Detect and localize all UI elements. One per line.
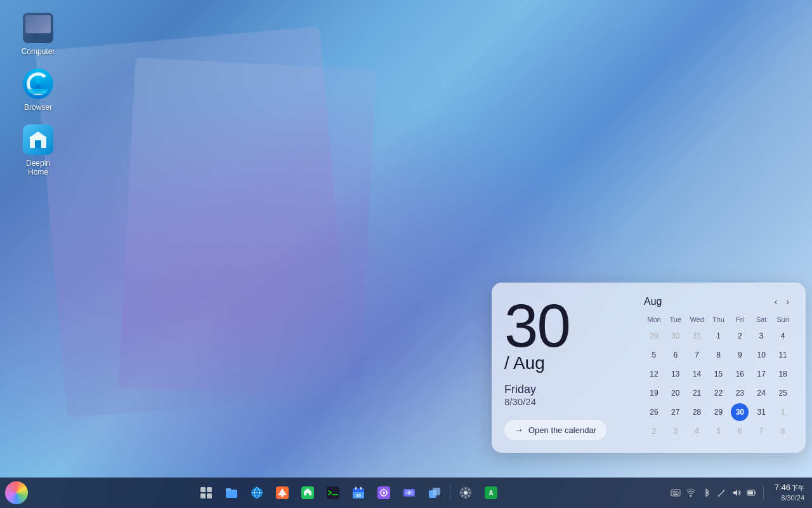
cal-day-w5-3[interactable]: 28 [688,403,706,421]
cal-day-w6-1[interactable]: 2 [645,422,663,440]
cal-day-w4-1[interactable]: 19 [645,384,663,402]
cal-day-w1-4[interactable]: 1 [709,327,727,345]
taskbar-center: 30 [30,481,667,504]
terminal-button[interactable] [322,481,344,504]
cal-day-w4-5[interactable]: 23 [731,384,749,402]
multitask-icon [200,486,213,499]
svg-rect-18 [306,493,309,495]
store-button[interactable] [296,481,319,504]
uengine-button[interactable]: A [480,481,502,504]
cal-day-w3-6[interactable]: 17 [752,365,770,383]
cal-day-w5-2[interactable]: 27 [667,403,684,421]
weekday-thu: Thu [709,314,729,326]
cal-day-w2-6[interactable]: 10 [752,346,770,364]
cal-day-w1-3[interactable]: 31 [688,327,706,345]
weekday-sun: Sun [773,314,793,326]
battery-tray-icon[interactable] [745,486,758,499]
launcher-button[interactable] [5,481,28,504]
cal-day-w6-5[interactable]: 6 [731,422,749,440]
window-manager-button[interactable] [423,481,446,504]
calendar-next-button[interactable]: › [782,295,793,308]
calendar-day-name: Friday [504,383,631,396]
svg-point-16 [281,495,284,497]
volume-tray-icon[interactable] [730,486,743,499]
open-calendar-button[interactable]: → Open the calendar [504,420,606,440]
browser-icon [23,69,53,99]
cal-day-w2-2[interactable]: 6 [667,346,684,364]
bg-shape-2 [119,57,377,399]
cal-day-w6-7[interactable]: 8 [774,422,792,440]
cal-day-w1-7[interactable]: 4 [774,327,792,345]
bluetooth-tray-icon[interactable] [700,486,712,499]
keyboard-tray-icon[interactable] [669,486,682,499]
cal-day-w4-7[interactable]: 25 [774,384,792,402]
file-manager-button[interactable] [220,481,243,504]
network-tray-icon[interactable] [684,486,697,499]
browser-taskbar-icon [251,486,263,499]
cal-day-w3-2[interactable]: 13 [667,365,684,383]
cal-day-w1-5[interactable]: 2 [731,327,749,345]
uengine-icon: A [485,486,497,499]
cal-day-w6-6[interactable]: 7 [752,422,770,440]
cal-day-w5-4[interactable]: 29 [709,403,727,421]
svg-rect-42 [678,493,679,494]
cal-day-today[interactable]: 30 [731,403,749,421]
desktop: 🖥 Computer Browser Deepin Home [0,0,812,508]
cal-day-w3-3[interactable]: 14 [688,365,706,383]
cal-day-w6-3[interactable]: 4 [688,422,706,440]
cal-day-w6-4[interactable]: 5 [709,422,727,440]
svg-point-44 [690,495,691,497]
cal-day-w2-3[interactable]: 7 [688,346,706,364]
cal-day-w4-3[interactable]: 21 [688,384,706,402]
clock-time: 7:46下午 [775,483,804,493]
weekday-sat: Sat [751,314,771,326]
svg-rect-3 [30,37,46,39]
cal-day-w2-1[interactable]: 5 [645,346,663,364]
cal-day-w1-1[interactable]: 29 [645,327,663,345]
cal-day-w2-5[interactable]: 9 [731,346,749,364]
cal-day-w5-6[interactable]: 31 [752,403,770,421]
desktop-icon-browser[interactable]: Browser [13,69,63,112]
svg-rect-39 [676,491,678,492]
multitask-button[interactable] [195,481,218,504]
cal-day-w2-7[interactable]: 11 [774,346,792,364]
window-manager-icon [428,486,441,499]
svg-rect-9 [207,487,212,492]
svg-text:A: A [488,490,493,497]
cal-day-w4-2[interactable]: 20 [667,384,684,402]
app-store-button[interactable] [271,481,294,504]
cal-day-w5-1[interactable]: 26 [645,403,663,421]
desktop-icon-computer[interactable]: 🖥 Computer [13,13,63,56]
calendar-taskbar-button[interactable]: 30 [347,481,370,504]
svg-rect-43 [673,494,678,495]
cal-day-w1-2[interactable]: 30 [667,327,684,345]
clock-date: 8/30/24 [781,493,804,502]
cal-day-w3-7[interactable]: 18 [774,365,792,383]
svg-rect-38 [674,491,676,492]
cal-day-w6-2[interactable]: 3 [667,422,684,440]
desktop-icon-deepin-home[interactable]: Deepin Home [13,124,63,177]
svg-rect-13 [226,488,231,491]
store-icon [301,486,314,499]
taskbar-left [5,481,28,504]
cal-day-w4-6[interactable]: 24 [752,384,770,402]
calendar-prev-button[interactable]: ‹ [771,295,782,308]
clock-display[interactable]: 7:46下午 8/30/24 [769,483,807,502]
cal-day-w1-6[interactable]: 3 [752,327,770,345]
svg-rect-1 [27,18,49,33]
settings-button[interactable] [454,481,477,504]
music-button[interactable] [372,481,395,504]
cal-day-w2-4[interactable]: 8 [709,346,727,364]
remote-button[interactable] [398,481,421,504]
svg-rect-46 [748,491,753,495]
cal-day-w5-7[interactable]: 1 [774,403,792,421]
browser-taskbar-button[interactable] [246,481,268,504]
pen-tray-icon[interactable] [715,486,728,499]
cal-day-w4-4[interactable]: 22 [709,384,727,402]
cal-day-w3-1[interactable]: 12 [645,365,663,383]
mini-calendar-grid: Mon Tue Wed Thu Fri Sat Sun 29 30 31 1 2… [644,314,793,440]
calendar-widget: 30 / Aug Friday 8/30/24 → Open the calen… [492,283,806,453]
svg-point-27 [383,491,385,494]
cal-day-w3-5[interactable]: 16 [731,365,749,383]
cal-day-w3-4[interactable]: 15 [709,365,727,383]
